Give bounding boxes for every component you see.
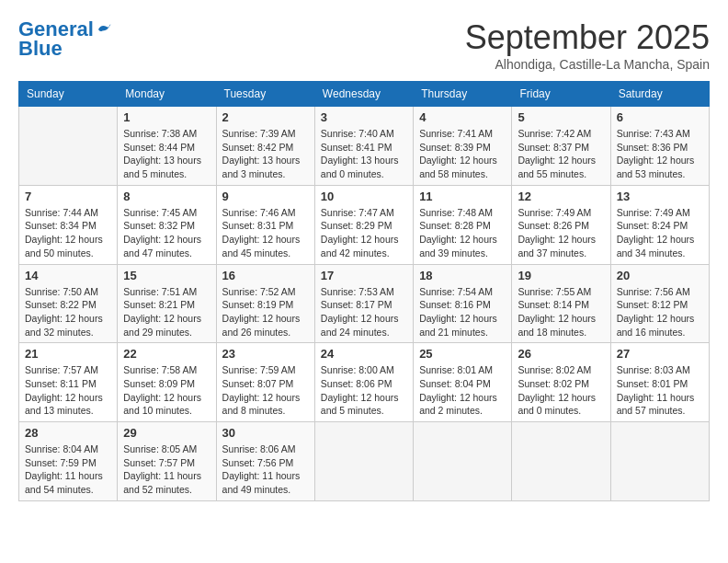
day-info: Sunrise: 8:00 AM Sunset: 8:06 PM Dayligh… [321,363,407,418]
calendar-cell: 30Sunrise: 8:06 AM Sunset: 7:56 PM Dayli… [216,422,314,501]
day-number: 16 [222,269,309,282]
day-number: 27 [617,347,703,361]
calendar-week-row: 28Sunrise: 8:04 AM Sunset: 7:59 PM Dayli… [19,422,710,501]
day-info: Sunrise: 8:04 AM Sunset: 7:59 PM Dayligh… [25,442,111,497]
calendar-cell: 2Sunrise: 7:39 AM Sunset: 8:42 PM Daylig… [216,107,314,186]
logo-icon [96,21,112,38]
day-info: Sunrise: 7:50 AM Sunset: 8:22 PM Dayligh… [25,285,111,339]
day-info: Sunrise: 7:46 AM Sunset: 8:31 PM Dayligh… [222,206,309,260]
weekday-header-row: SundayMondayTuesdayWednesdayThursdayFrid… [19,82,710,107]
calendar-cell: 3Sunrise: 7:40 AM Sunset: 8:41 PM Daylig… [314,107,413,186]
day-info: Sunrise: 7:40 AM Sunset: 8:41 PM Dayligh… [321,127,407,181]
day-number: 7 [25,190,111,203]
day-info: Sunrise: 7:48 AM Sunset: 8:28 PM Dayligh… [419,206,506,260]
day-info: Sunrise: 7:52 AM Sunset: 8:19 PM Dayligh… [222,285,309,339]
day-number: 6 [617,110,703,124]
day-info: Sunrise: 7:39 AM Sunset: 8:42 PM Dayligh… [222,127,309,181]
day-number: 28 [25,426,111,440]
calendar-cell [414,422,512,501]
calendar-cell: 11Sunrise: 7:48 AM Sunset: 8:28 PM Dayli… [414,185,512,264]
calendar-cell: 15Sunrise: 7:51 AM Sunset: 8:21 PM Dayli… [118,264,216,343]
day-number: 20 [617,269,703,282]
day-number: 14 [25,269,111,282]
calendar-cell: 24Sunrise: 8:00 AM Sunset: 8:06 PM Dayli… [314,343,413,422]
day-number: 8 [123,190,210,203]
calendar-cell: 28Sunrise: 8:04 AM Sunset: 7:59 PM Dayli… [19,422,118,501]
day-info: Sunrise: 7:56 AM Sunset: 8:12 PM Dayligh… [617,285,703,339]
day-number: 1 [123,110,210,124]
weekday-header-wednesday: Wednesday [314,82,413,107]
day-number: 30 [222,426,309,440]
calendar-cell [512,422,610,501]
day-number: 24 [321,347,407,361]
day-number: 22 [123,347,210,361]
location: Alhondiga, Castille-La Mancha, Spain [465,57,710,72]
calendar-table: SundayMondayTuesdayWednesdayThursdayFrid… [18,81,710,501]
calendar-cell: 27Sunrise: 8:03 AM Sunset: 8:01 PM Dayli… [610,343,709,422]
weekday-header-saturday: Saturday [610,82,709,107]
calendar-cell [19,107,118,186]
calendar-cell: 9Sunrise: 7:46 AM Sunset: 8:31 PM Daylig… [216,185,314,264]
weekday-header-sunday: Sunday [19,82,118,107]
day-info: Sunrise: 7:54 AM Sunset: 8:16 PM Dayligh… [419,285,506,339]
day-info: Sunrise: 7:59 AM Sunset: 8:07 PM Dayligh… [222,363,309,418]
day-info: Sunrise: 7:44 AM Sunset: 8:34 PM Dayligh… [25,206,111,260]
day-info: Sunrise: 7:49 AM Sunset: 8:26 PM Dayligh… [518,206,604,260]
calendar-week-row: 21Sunrise: 7:57 AM Sunset: 8:11 PM Dayli… [19,343,710,422]
day-info: Sunrise: 8:06 AM Sunset: 7:56 PM Dayligh… [222,442,309,497]
day-number: 2 [222,110,309,124]
day-info: Sunrise: 7:47 AM Sunset: 8:29 PM Dayligh… [321,206,407,260]
calendar-cell: 5Sunrise: 7:42 AM Sunset: 8:37 PM Daylig… [512,107,610,186]
title-block: September 2025 Alhondiga, Castille-La Ma… [465,18,710,72]
page-header: General Blue September 2025 Alhondiga, C… [18,18,710,72]
calendar-cell: 7Sunrise: 7:44 AM Sunset: 8:34 PM Daylig… [19,185,118,264]
calendar-cell: 16Sunrise: 7:52 AM Sunset: 8:19 PM Dayli… [216,264,314,343]
day-info: Sunrise: 7:51 AM Sunset: 8:21 PM Dayligh… [123,285,210,339]
calendar-cell: 10Sunrise: 7:47 AM Sunset: 8:29 PM Dayli… [314,185,413,264]
calendar-week-row: 1Sunrise: 7:38 AM Sunset: 8:44 PM Daylig… [19,107,710,186]
calendar-cell: 22Sunrise: 7:58 AM Sunset: 8:09 PM Dayli… [118,343,216,422]
calendar-cell: 12Sunrise: 7:49 AM Sunset: 8:26 PM Dayli… [512,185,610,264]
day-info: Sunrise: 8:01 AM Sunset: 8:04 PM Dayligh… [419,363,506,418]
calendar-cell: 1Sunrise: 7:38 AM Sunset: 8:44 PM Daylig… [118,107,216,186]
calendar-cell: 18Sunrise: 7:54 AM Sunset: 8:16 PM Dayli… [414,264,512,343]
weekday-header-friday: Friday [512,82,610,107]
day-info: Sunrise: 7:45 AM Sunset: 8:32 PM Dayligh… [123,206,210,260]
calendar-cell: 25Sunrise: 8:01 AM Sunset: 8:04 PM Dayli… [414,343,512,422]
calendar-cell: 26Sunrise: 8:02 AM Sunset: 8:02 PM Dayli… [512,343,610,422]
calendar-week-row: 14Sunrise: 7:50 AM Sunset: 8:22 PM Dayli… [19,264,710,343]
logo: General Blue [18,18,112,61]
calendar-week-row: 7Sunrise: 7:44 AM Sunset: 8:34 PM Daylig… [19,185,710,264]
calendar-cell: 23Sunrise: 7:59 AM Sunset: 8:07 PM Dayli… [216,343,314,422]
day-number: 5 [518,110,604,124]
day-number: 23 [222,347,309,361]
day-info: Sunrise: 8:02 AM Sunset: 8:02 PM Dayligh… [518,363,604,418]
day-number: 21 [25,347,111,361]
day-info: Sunrise: 7:57 AM Sunset: 8:11 PM Dayligh… [25,363,111,418]
day-number: 19 [518,269,604,282]
day-info: Sunrise: 7:38 AM Sunset: 8:44 PM Dayligh… [123,127,210,181]
day-number: 15 [123,269,210,282]
calendar-cell: 4Sunrise: 7:41 AM Sunset: 8:39 PM Daylig… [414,107,512,186]
day-info: Sunrise: 8:05 AM Sunset: 7:57 PM Dayligh… [123,442,210,497]
day-number: 13 [617,190,703,203]
day-number: 10 [321,190,407,203]
day-info: Sunrise: 7:55 AM Sunset: 8:14 PM Dayligh… [518,285,604,339]
weekday-header-monday: Monday [118,82,216,107]
day-info: Sunrise: 7:42 AM Sunset: 8:37 PM Dayligh… [518,127,604,181]
day-info: Sunrise: 7:43 AM Sunset: 8:36 PM Dayligh… [617,127,703,181]
calendar-cell: 20Sunrise: 7:56 AM Sunset: 8:12 PM Dayli… [610,264,709,343]
calendar-cell [610,422,709,501]
day-info: Sunrise: 7:41 AM Sunset: 8:39 PM Dayligh… [419,127,506,181]
day-info: Sunrise: 8:03 AM Sunset: 8:01 PM Dayligh… [617,363,703,418]
calendar-cell: 6Sunrise: 7:43 AM Sunset: 8:36 PM Daylig… [610,107,709,186]
weekday-header-tuesday: Tuesday [216,82,314,107]
calendar-cell [314,422,413,501]
day-number: 29 [123,426,210,440]
day-info: Sunrise: 7:58 AM Sunset: 8:09 PM Dayligh… [123,363,210,418]
day-number: 3 [321,110,407,124]
calendar-cell: 29Sunrise: 8:05 AM Sunset: 7:57 PM Dayli… [118,422,216,501]
day-number: 9 [222,190,309,203]
calendar-cell: 21Sunrise: 7:57 AM Sunset: 8:11 PM Dayli… [19,343,118,422]
calendar-cell: 17Sunrise: 7:53 AM Sunset: 8:17 PM Dayli… [314,264,413,343]
